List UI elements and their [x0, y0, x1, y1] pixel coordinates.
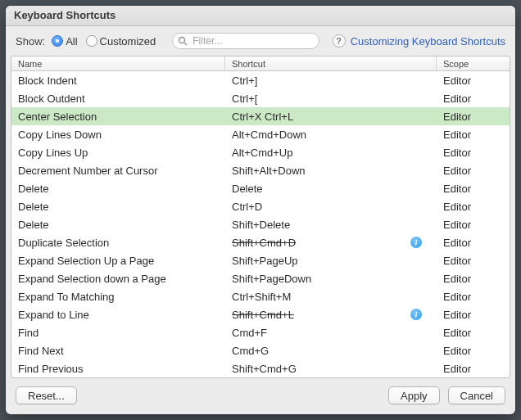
cell-name: Find Previous — [11, 363, 225, 375]
reset-button[interactable]: Reset... — [16, 386, 77, 404]
cell-scope: Editor — [437, 345, 510, 357]
table-row[interactable]: FindCmd+FEditor — [11, 323, 510, 341]
cell-name: Decrement Number at Cursor — [11, 165, 225, 177]
cell-shortcut: Shift+PageDown — [225, 273, 437, 285]
filter-search — [172, 33, 319, 49]
cell-scope: Editor — [437, 363, 510, 375]
table-row[interactable]: Expand to LineShift+Cmd+LiEditor — [11, 305, 510, 323]
cell-name: Expand Selection down a Page — [11, 273, 225, 285]
cell-scope: Editor — [437, 273, 510, 285]
cell-scope: Editor — [437, 237, 510, 249]
cell-scope: Editor — [437, 129, 510, 141]
cell-scope: Editor — [437, 219, 510, 231]
svg-line-1 — [184, 43, 187, 45]
table-body: Block IndentCtrl+]EditorBlock OutdentCtr… — [11, 71, 510, 377]
apply-button[interactable]: Apply — [388, 386, 440, 404]
cell-scope: Editor — [437, 327, 510, 339]
filter-input[interactable] — [172, 33, 319, 49]
cell-shortcut: Shift+Cmd+Di — [225, 237, 437, 249]
cell-name: Center Selection — [11, 111, 225, 123]
cell-shortcut: Ctrl+] — [225, 75, 437, 87]
cell-shortcut: Delete — [225, 183, 437, 195]
cell-name: Find Next — [11, 345, 225, 357]
info-icon[interactable]: i — [410, 309, 422, 320]
keyboard-shortcuts-window: Keyboard Shortcuts Show: All Customized … — [6, 6, 515, 414]
table-row[interactable]: DeleteCtrl+DEditor — [11, 197, 510, 215]
help-link-text: Customizing Keyboard Shortcuts — [351, 35, 505, 47]
radio-customized-label: Customized — [100, 35, 156, 47]
help-icon: ? — [333, 34, 346, 47]
cell-scope: Editor — [437, 111, 510, 123]
cell-scope: Editor — [437, 255, 510, 267]
radio-dot-icon — [86, 35, 97, 47]
svg-point-0 — [179, 38, 185, 43]
cell-shortcut: Shift+Cmd+Li — [225, 309, 437, 321]
cancel-button[interactable]: Cancel — [448, 386, 505, 404]
cell-name: Delete — [11, 201, 225, 213]
search-icon — [178, 36, 188, 48]
cell-shortcut: Ctrl+X Ctrl+L — [225, 111, 437, 123]
cell-shortcut: Cmd+F — [225, 327, 437, 339]
table-row[interactable]: Find NextCmd+GEditor — [11, 341, 510, 359]
table-row[interactable]: Duplicate SelectionShift+Cmd+DiEditor — [11, 233, 510, 251]
help-link[interactable]: ? Customizing Keyboard Shortcuts — [333, 34, 505, 47]
cell-name: Block Outdent — [11, 93, 225, 105]
footer: Reset... Apply Cancel — [6, 378, 515, 414]
table-row[interactable]: Expand Selection Up a PageShift+PageUpEd… — [11, 251, 510, 269]
radio-all-label: All — [66, 35, 77, 47]
column-header-name[interactable]: Name — [11, 56, 225, 70]
cell-scope: Editor — [437, 309, 510, 321]
cell-scope: Editor — [437, 201, 510, 213]
table-row[interactable]: Copy Lines DownAlt+Cmd+DownEditor — [11, 125, 510, 143]
show-label: Show: — [16, 35, 45, 47]
cell-shortcut: Ctrl+[ — [225, 93, 437, 105]
info-icon[interactable]: i — [410, 237, 422, 248]
table-row[interactable]: Find PreviousShift+Cmd+GEditor — [11, 359, 510, 377]
cell-name: Duplicate Selection — [11, 237, 225, 249]
cell-name: Find — [11, 327, 225, 339]
cell-scope: Editor — [437, 75, 510, 87]
cell-shortcut: Shift+Cmd+G — [225, 363, 437, 375]
table-row[interactable]: Decrement Number at CursorShift+Alt+Down… — [11, 161, 510, 179]
cell-shortcut: Alt+Cmd+Down — [225, 129, 437, 141]
window-title: Keyboard Shortcuts — [6, 6, 515, 26]
cell-scope: Editor — [437, 291, 510, 303]
cell-name: Block Indent — [11, 75, 225, 87]
table-row[interactable]: Block OutdentCtrl+[Editor — [11, 89, 510, 107]
column-header-shortcut[interactable]: Shortcut — [225, 56, 437, 70]
cell-scope: Editor — [437, 165, 510, 177]
cell-name: Expand to Line — [11, 309, 225, 321]
cell-scope: Editor — [437, 93, 510, 105]
cell-shortcut: Cmd+G — [225, 345, 437, 357]
cell-shortcut: Shift+PageUp — [225, 255, 437, 267]
shortcuts-table: Name Shortcut Scope Block IndentCtrl+]Ed… — [11, 56, 510, 378]
radio-customized[interactable]: Customized — [86, 35, 156, 47]
cell-scope: Editor — [437, 147, 510, 159]
table-row[interactable]: DeleteDeleteEditor — [11, 179, 510, 197]
cell-name: Copy Lines Down — [11, 129, 225, 141]
radio-all[interactable]: All — [52, 35, 77, 47]
cell-name: Delete — [11, 219, 225, 231]
table-row[interactable]: Copy Lines UpAlt+Cmd+UpEditor — [11, 143, 510, 161]
table-row[interactable]: Expand Selection down a PageShift+PageDo… — [11, 269, 510, 287]
cell-name: Expand Selection Up a Page — [11, 255, 225, 267]
radio-dot-icon — [52, 35, 63, 47]
cell-name: Expand To Matching — [11, 291, 225, 303]
table-row[interactable]: Expand To MatchingCtrl+Shift+MEditor — [11, 287, 510, 305]
cell-shortcut: Shift+Alt+Down — [225, 165, 437, 177]
cell-name: Delete — [11, 183, 225, 195]
cell-name: Copy Lines Up — [11, 147, 225, 159]
table-row[interactable]: Block IndentCtrl+]Editor — [11, 71, 510, 89]
toolbar: Show: All Customized ? Customizing Keybo… — [6, 26, 515, 56]
cell-shortcut: Shift+Delete — [225, 219, 437, 231]
cell-shortcut: Alt+Cmd+Up — [225, 147, 437, 159]
table-row[interactable]: Center SelectionCtrl+X Ctrl+LEditor — [11, 107, 510, 125]
cell-shortcut: Ctrl+D — [225, 201, 437, 213]
table-row[interactable]: DeleteShift+DeleteEditor — [11, 215, 510, 233]
cell-shortcut: Ctrl+Shift+M — [225, 291, 437, 303]
cell-scope: Editor — [437, 183, 510, 195]
table-header: Name Shortcut Scope — [11, 56, 510, 71]
column-header-scope[interactable]: Scope — [437, 56, 510, 70]
